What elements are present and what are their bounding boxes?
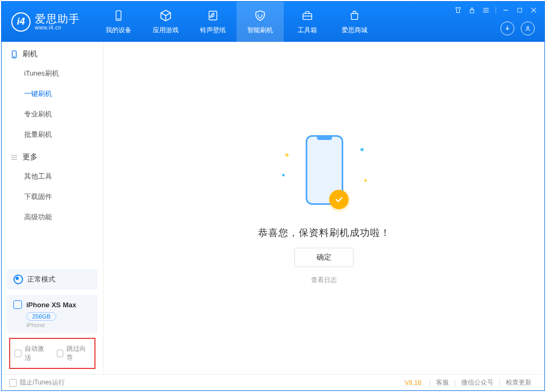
nav-toolbox[interactable]: 工具箱: [284, 2, 331, 42]
device-name: iPhone XS Max: [26, 301, 76, 309]
sparkle-icon: [364, 179, 367, 182]
sidebar: 刷机 iTunes刷机 一键刷机 专业刷机 批量刷机 更多 其他工具 下载固件 …: [2, 42, 104, 374]
mode-box[interactable]: 正常模式: [7, 269, 98, 290]
nav-label: 我的设备: [106, 26, 131, 35]
menu-icon[interactable]: [482, 6, 490, 14]
sidebar-item-batch[interactable]: 批量刷机: [2, 124, 103, 145]
sidebar-bottom: 正常模式 iPhone XS Max 256GB iPhone 自动激活: [2, 264, 103, 374]
mode-icon: [13, 275, 23, 284]
phone-icon: [10, 50, 18, 58]
mode-label: 正常模式: [27, 275, 55, 284]
logo-icon: i4: [11, 12, 31, 32]
sparkle-icon: [360, 148, 364, 151]
body: 刷机 iTunes刷机 一键刷机 专业刷机 批量刷机 更多 其他工具 下载固件 …: [2, 42, 544, 374]
ok-button[interactable]: 确定: [294, 248, 353, 267]
download-button[interactable]: [500, 21, 514, 35]
bag-icon: [348, 9, 361, 23]
logo-text: 爱思助手 www.i4.cn: [35, 13, 80, 31]
device-icon: [112, 9, 126, 23]
toolbox-icon: [300, 9, 314, 23]
options-highlighted: 自动激活 跳过向导: [9, 338, 95, 369]
sparkle-icon: [282, 174, 285, 176]
success-message: 恭喜您，保资料刷机成功啦！: [258, 226, 390, 239]
nav-store[interactable]: 爱思商城: [331, 2, 378, 42]
sidebar-group-more[interactable]: 更多: [2, 145, 103, 166]
footer-link-support[interactable]: 客服: [431, 378, 454, 387]
checkbox-label: 阻止iTunes运行: [20, 378, 65, 387]
separator: [496, 6, 496, 14]
nav-label: 工具箱: [298, 26, 317, 35]
device-box[interactable]: iPhone XS Max 256GB iPhone: [7, 295, 98, 334]
app-window: i4 爱思助手 www.i4.cn 我的设备 应用游戏 铃声壁纸 智能刷机: [1, 1, 545, 391]
sidebar-item-advanced[interactable]: 高级功能: [2, 207, 103, 227]
nav-label: 智能刷机: [247, 26, 273, 35]
list-icon: [10, 153, 18, 161]
app-subtitle: www.i4.cn: [35, 25, 80, 31]
nav-ringtones[interactable]: 铃声壁纸: [189, 2, 237, 42]
user-button[interactable]: [521, 21, 535, 35]
shirt-icon[interactable]: [454, 6, 462, 14]
sidebar-item-firmware[interactable]: 下载固件: [2, 187, 103, 207]
sidebar-group-flash[interactable]: 刷机: [2, 42, 103, 63]
window-controls: [454, 6, 538, 14]
device-small-icon: [13, 300, 22, 309]
sparkle-icon: [285, 153, 289, 157]
checkbox-block-itunes[interactable]: 阻止iTunes运行: [9, 378, 65, 387]
svg-rect-3: [303, 13, 312, 19]
top-nav: 我的设备 应用游戏 铃声壁纸 智能刷机 工具箱 爱思商城: [95, 2, 378, 42]
device-type: iPhone: [26, 322, 91, 328]
success-illustration: [281, 132, 367, 218]
sidebar-item-oneclick[interactable]: 一键刷机: [2, 84, 103, 104]
version-label: V8.16: [404, 379, 421, 387]
device-capacity: 256GB: [26, 312, 56, 321]
checkbox-auto-activate[interactable]: 自动激活: [14, 344, 48, 363]
shield-icon: [253, 9, 267, 23]
app-title: 爱思助手: [35, 13, 80, 25]
header: i4 爱思助手 www.i4.cn 我的设备 应用游戏 铃声壁纸 智能刷机: [2, 2, 544, 42]
checkbox-icon: [57, 350, 64, 357]
music-icon: [206, 9, 220, 23]
sidebar-scroll: 刷机 iTunes刷机 一键刷机 专业刷机 批量刷机 更多 其他工具 下载固件 …: [2, 42, 103, 264]
checkbox-skip-guide[interactable]: 跳过向导: [57, 344, 91, 363]
checkbox-label: 跳过向导: [67, 344, 90, 363]
footer-link-wechat[interactable]: 微信公众号: [456, 378, 499, 387]
group-title: 刷机: [23, 49, 38, 59]
minimize-button[interactable]: [501, 6, 510, 14]
check-badge-icon: [329, 190, 349, 209]
checkbox-icon: [9, 379, 17, 387]
svg-rect-5: [470, 10, 474, 13]
sidebar-item-other[interactable]: 其他工具: [2, 166, 103, 187]
cube-icon: [159, 9, 173, 23]
checkbox-label: 自动激活: [25, 344, 48, 363]
checkbox-icon: [14, 350, 21, 357]
sidebar-item-pro[interactable]: 专业刷机: [2, 104, 103, 124]
close-button[interactable]: [529, 6, 538, 14]
view-log-link[interactable]: 查看日志: [311, 276, 337, 285]
svg-rect-10: [518, 8, 522, 12]
header-actions: [500, 21, 535, 35]
group-title: 更多: [23, 152, 38, 162]
nav-my-device[interactable]: 我的设备: [95, 2, 142, 42]
nav-label: 应用游戏: [153, 26, 179, 35]
svg-point-13: [527, 27, 529, 29]
nav-apps[interactable]: 应用游戏: [142, 2, 189, 42]
nav-flash[interactable]: 智能刷机: [237, 2, 284, 42]
main-panel: 恭喜您，保资料刷机成功啦！ 确定 查看日志: [104, 42, 544, 374]
footer: 阻止iTunes运行 V8.16 | 客服 | 微信公众号 | 检查更新: [2, 374, 544, 390]
footer-link-update[interactable]: 检查更新: [500, 378, 537, 387]
lock-icon[interactable]: [468, 6, 476, 14]
sidebar-item-itunes[interactable]: iTunes刷机: [2, 63, 103, 84]
device-row: iPhone XS Max: [13, 300, 91, 309]
logo-area: i4 爱思助手 www.i4.cn: [2, 2, 90, 42]
maximize-button[interactable]: [515, 6, 524, 14]
nav-label: 铃声壁纸: [200, 26, 226, 35]
nav-label: 爱思商城: [342, 26, 367, 35]
